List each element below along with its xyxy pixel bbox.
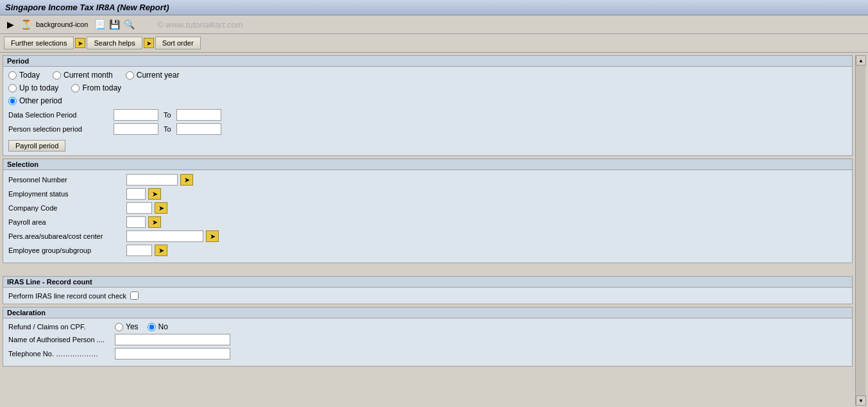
employment-status-row: Employment status ➤ [8, 188, 847, 200]
employment-status-label: Employment status [8, 190, 124, 198]
person-selection-period-to[interactable] [176, 123, 221, 135]
declaration-section-header: Declaration [3, 307, 852, 318]
iras-checkbox-row: Perform IRAS line record count check [8, 291, 847, 300]
telephone-row: Telephone No. ……………… [8, 348, 847, 359]
authorised-person-row: Name of Authorised Person .... [8, 334, 847, 345]
current-year-radio[interactable] [126, 71, 134, 80]
pers-area-input[interactable] [126, 230, 203, 242]
current-year-label: Current year [137, 71, 180, 80]
today-radio[interactable] [8, 71, 17, 80]
person-selection-period-from[interactable] [114, 123, 158, 135]
payroll-period-button[interactable]: Payroll period [8, 140, 65, 152]
from-today-label: From today [82, 83, 121, 92]
yes-radio-item[interactable]: Yes [115, 322, 139, 331]
from-today-radio-item[interactable]: From today [71, 83, 121, 92]
spacer [3, 266, 853, 271]
payroll-area-row: Payroll area ➤ [8, 216, 847, 228]
data-selection-period-from[interactable] [114, 109, 158, 121]
telephone-input[interactable] [115, 348, 230, 359]
further-selections-label: Further selections [11, 39, 67, 47]
period-row-3: Other period [8, 96, 847, 105]
payroll-area-arrow-icon[interactable]: ➤ [148, 216, 161, 228]
toolbar: ▶ ⏳ background-icon 📃 💾 🔍 © www.tutorial… [0, 15, 868, 34]
period-row-2: Up to today From today [8, 83, 847, 92]
period-section-header: Period [3, 56, 852, 67]
authorised-person-label: Name of Authorised Person .... [8, 336, 111, 343]
from-today-radio[interactable] [71, 84, 80, 92]
employee-group-input[interactable] [126, 245, 152, 256]
today-label: Today [19, 71, 40, 80]
save-icon[interactable]: 💾 [108, 18, 121, 31]
refund-claims-label: Refund / Claims on CPF. [8, 323, 111, 331]
personnel-number-arrow-icon[interactable]: ➤ [180, 174, 193, 186]
company-code-label: Company Code [8, 204, 124, 212]
current-year-radio-item[interactable]: Current year [126, 71, 180, 80]
person-selection-period-row: Person selection period To [8, 123, 847, 135]
period-section-body: Today Current month Current year [3, 67, 852, 155]
payroll-area-input[interactable] [126, 216, 146, 228]
company-code-input[interactable] [126, 202, 152, 214]
up-to-today-radio[interactable] [8, 84, 17, 92]
sort-order-label: Sort order [162, 39, 194, 47]
search-helps-label: Search helps [94, 39, 135, 47]
pers-area-row: Pers.area/subarea/cost center ➤ [8, 230, 847, 242]
search-helps-button[interactable]: Search helps [87, 37, 142, 49]
sort-order-button[interactable]: Sort order [155, 37, 201, 49]
today-radio-item[interactable]: Today [8, 71, 40, 80]
employment-status-input[interactable] [126, 188, 146, 200]
watermark: © www.tutorialkart.com [157, 20, 243, 30]
company-code-arrow-icon[interactable]: ➤ [155, 202, 167, 214]
telephone-label: Telephone No. ……………… [8, 350, 111, 358]
employee-group-arrow-icon[interactable]: ➤ [155, 245, 167, 256]
no-radio-item[interactable]: No [148, 322, 168, 331]
period-row-1: Today Current month Current year [8, 71, 847, 80]
pers-area-arrow-icon[interactable]: ➤ [206, 230, 219, 242]
personnel-number-input[interactable] [126, 174, 178, 186]
form-area: Period Today Current month Current year [3, 55, 853, 406]
background-label[interactable]: background-icon [36, 21, 88, 28]
up-to-today-label: Up to today [19, 83, 58, 92]
other-period-radio[interactable] [8, 97, 17, 105]
sort-order-arrow-icon[interactable]: ➤ [144, 38, 154, 48]
data-selection-period-row: Data Selection Period To [8, 109, 847, 121]
further-selections-arrow-icon[interactable]: ➤ [75, 38, 85, 48]
no-radio[interactable] [148, 323, 156, 331]
main-content: Period Today Current month Current year [0, 53, 868, 407]
selection-section-body: Personnel Number ➤ Employment status ➤ C… [3, 170, 852, 263]
iras-perform-label: Perform IRAS line record count check [8, 292, 126, 300]
variant-icon[interactable]: 📃 [93, 18, 106, 31]
yes-radio[interactable] [115, 323, 123, 331]
scroll-down-button[interactable]: ▼ [856, 395, 866, 406]
person-selection-period-label: Person selection period [8, 125, 111, 133]
iras-section-body: Perform IRAS line record count check [3, 288, 852, 304]
further-selections-button[interactable]: Further selections [4, 37, 74, 49]
no-label: No [158, 322, 168, 331]
iras-section-header: IRAS Line - Record count [3, 277, 852, 288]
find-icon[interactable]: 🔍 [123, 18, 135, 31]
yes-label: Yes [126, 322, 139, 331]
iras-section: IRAS Line - Record count Perform IRAS li… [3, 276, 853, 304]
scroll-thumb[interactable] [856, 65, 865, 395]
employee-group-row: Employee group/subgroup ➤ [8, 245, 847, 256]
authorised-person-input[interactable] [115, 334, 230, 345]
current-month-radio-item[interactable]: Current month [53, 71, 113, 80]
up-to-today-radio-item[interactable]: Up to today [8, 83, 58, 92]
scroll-up-button[interactable]: ▲ [856, 55, 866, 65]
payroll-area-label: Payroll area [8, 218, 124, 226]
other-period-radio-item[interactable]: Other period [8, 96, 62, 105]
clock-icon[interactable]: ⏳ [19, 18, 32, 31]
declaration-section-body: Refund / Claims on CPF. Yes No Name of A… [3, 318, 852, 366]
iras-checkbox[interactable] [130, 291, 139, 300]
personnel-number-row: Personnel Number ➤ [8, 174, 847, 186]
data-selection-period-to[interactable] [176, 109, 221, 121]
pers-area-label: Pers.area/subarea/cost center [8, 232, 124, 240]
execute-icon[interactable]: ▶ [4, 18, 17, 31]
refund-claims-row: Refund / Claims on CPF. Yes No [8, 322, 847, 331]
period-section: Period Today Current month Current year [3, 55, 853, 156]
page-title: Singapore Income Tax IR8A (New Report) [5, 3, 169, 12]
data-selection-to-label: To [164, 111, 171, 119]
other-period-label: Other period [19, 96, 62, 105]
title-bar: Singapore Income Tax IR8A (New Report) [0, 0, 868, 15]
current-month-radio[interactable] [53, 71, 61, 80]
employment-status-arrow-icon[interactable]: ➤ [148, 188, 161, 200]
